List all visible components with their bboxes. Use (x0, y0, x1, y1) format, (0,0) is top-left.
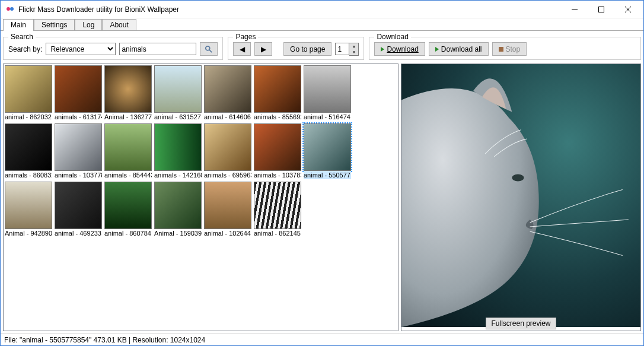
tab-about[interactable]: About (102, 19, 136, 30)
thumbnail-image (254, 182, 301, 229)
thumbnail-item[interactable]: animal - 516474! (304, 65, 351, 121)
thumbnail-image (5, 65, 52, 113)
pages-group: Pages ◀ ▶ Go to page ▲▼ (228, 37, 364, 60)
search-by-label: Search by: (8, 45, 42, 53)
thumbnail-item[interactable]: animal - 631527 (154, 65, 202, 121)
svg-point-0 (7, 7, 10, 11)
thumbnail-item[interactable]: animal - 614606! (204, 65, 251, 121)
svg-line-7 (209, 49, 212, 52)
thumbnail-label: animal - 550577! (304, 171, 351, 179)
thumbnail-image (204, 65, 251, 113)
thumbnail-grid: animal - 862032!animals - 613174Animal -… (5, 65, 397, 237)
thumbnail-label: animal - 516474! (304, 113, 351, 121)
download-group-label: Download (374, 33, 410, 41)
thumbnail-image (254, 123, 301, 171)
thumbnail-label: animal - 860784 (104, 229, 152, 237)
thumbnail-item[interactable]: animals - 103778! (55, 123, 102, 179)
download-button[interactable]: Download (374, 42, 425, 56)
thumbnail-label: animal - 614606! (204, 113, 251, 121)
thumbnail-image (104, 65, 152, 113)
search-button[interactable] (200, 42, 218, 56)
sort-select[interactable]: Relevance (46, 43, 116, 55)
svg-point-9 (512, 174, 524, 181)
thumbnail-label: animals - 613174 (55, 113, 102, 121)
preview-panel: Fullscreen preview (401, 64, 641, 331)
thumbnail-item[interactable]: animal - 550577! (304, 123, 351, 179)
thumbnail-item[interactable]: animals - 142160! (154, 123, 202, 179)
toolbar: Search Search by: Relevance Pages ◀ ▶ Go… (1, 31, 643, 61)
thumbnail-label: animals - 854443 (104, 171, 152, 179)
next-page-button[interactable]: ▶ (254, 42, 272, 56)
pages-group-label: Pages (233, 33, 258, 41)
tab-strip: MainSettingsLogAbout (1, 18, 643, 31)
search-group-label: Search (8, 33, 36, 41)
thumbnail-label: Animal - 942890 (5, 229, 52, 237)
thumbnail-label: animals - 103778! (55, 171, 102, 179)
svg-point-1 (10, 7, 14, 11)
thumbnail-label: animals - 855692! (254, 113, 301, 121)
thumbnail-item[interactable]: Animal - 159039 (154, 182, 202, 237)
tab-settings[interactable]: Settings (34, 19, 75, 30)
thumbnail-image (55, 123, 102, 171)
play-icon (435, 47, 439, 52)
thumbnail-item[interactable]: animal - 860784 (104, 182, 152, 237)
preview-image (401, 64, 640, 327)
results-panel: animal - 862032!animals - 613174Animal -… (3, 64, 398, 331)
thumbnail-image (154, 182, 202, 229)
minimize-button[interactable] (561, 1, 588, 18)
prev-page-button[interactable]: ◀ (233, 42, 251, 56)
svg-rect-3 (598, 7, 604, 12)
thumbnail-image (104, 123, 152, 171)
thumbnail-image (5, 182, 52, 229)
thumbnail-item[interactable]: animals - 855692! (254, 65, 301, 121)
page-number-input[interactable] (335, 43, 349, 55)
thumbnail-image (304, 123, 351, 171)
close-button[interactable] (614, 1, 641, 18)
thumbnail-label: animals - 695963 (204, 171, 251, 179)
thumbnail-label: animal - 862032! (5, 113, 52, 121)
titlebar: Flickr Mass Downloader utility for Bioni… (1, 1, 643, 18)
thumbnail-label: animal - 631527 (154, 113, 202, 121)
stop-button[interactable]: Stop (492, 42, 527, 56)
window-title: Flickr Mass Downloader utility for Bioni… (18, 5, 561, 14)
thumbnail-label: animal - 862145! (254, 229, 301, 237)
status-text: File: "animal - 5505775854" 473.01 KB | … (4, 336, 205, 344)
download-group: Download Download Download all Stop (369, 37, 641, 60)
maximize-button[interactable] (588, 1, 614, 18)
thumbnail-image (55, 65, 102, 113)
thumbnail-label: Animal - 159039 (154, 229, 202, 237)
svg-point-6 (206, 46, 210, 50)
thumbnail-item[interactable]: animals - 103783 (254, 123, 301, 179)
search-input[interactable] (119, 43, 196, 55)
goto-page-button[interactable]: Go to page (283, 42, 331, 56)
thumbnail-image (104, 182, 152, 229)
thumbnail-label: animal - 102644! (204, 229, 251, 237)
download-all-button[interactable]: Download all (429, 42, 489, 56)
fullscreen-preview-button[interactable]: Fullscreen preview (486, 318, 556, 329)
thumbnail-item[interactable]: animal - 862032! (5, 65, 52, 121)
thumbnail-image (254, 65, 301, 113)
thumbnail-item[interactable]: animal - 469233! (55, 182, 102, 237)
thumbnail-item[interactable]: Animal - 942890 (5, 182, 52, 237)
thumbnail-image (5, 123, 52, 171)
content-area: animal - 862032!animals - 613174Animal -… (1, 61, 643, 334)
statusbar: File: "animal - 5505775854" 473.01 KB | … (1, 334, 643, 345)
app-icon (5, 5, 15, 14)
thumbnail-image (55, 182, 102, 229)
stop-icon (499, 47, 503, 52)
thumbnail-item[interactable]: Animal - 136277 (104, 65, 152, 121)
thumbnail-item[interactable]: animal - 862145! (254, 182, 301, 237)
thumbnail-label: animal - 469233! (55, 229, 102, 237)
page-spin-up[interactable]: ▲ (349, 43, 358, 49)
tab-main[interactable]: Main (3, 19, 34, 31)
page-spin-down[interactable]: ▼ (349, 49, 358, 55)
tab-log[interactable]: Log (75, 19, 102, 30)
thumbnail-item[interactable]: animals - 854443 (104, 123, 152, 179)
thumbnail-item[interactable]: animals - 695963 (204, 123, 251, 179)
thumbnail-image (204, 182, 251, 229)
thumbnail-label: animals - 860831 (5, 171, 52, 179)
thumbnail-item[interactable]: animals - 613174 (55, 65, 102, 121)
thumbnail-item[interactable]: animals - 860831 (5, 123, 52, 179)
thumbnail-item[interactable]: animal - 102644! (204, 182, 251, 237)
play-icon (381, 47, 384, 52)
